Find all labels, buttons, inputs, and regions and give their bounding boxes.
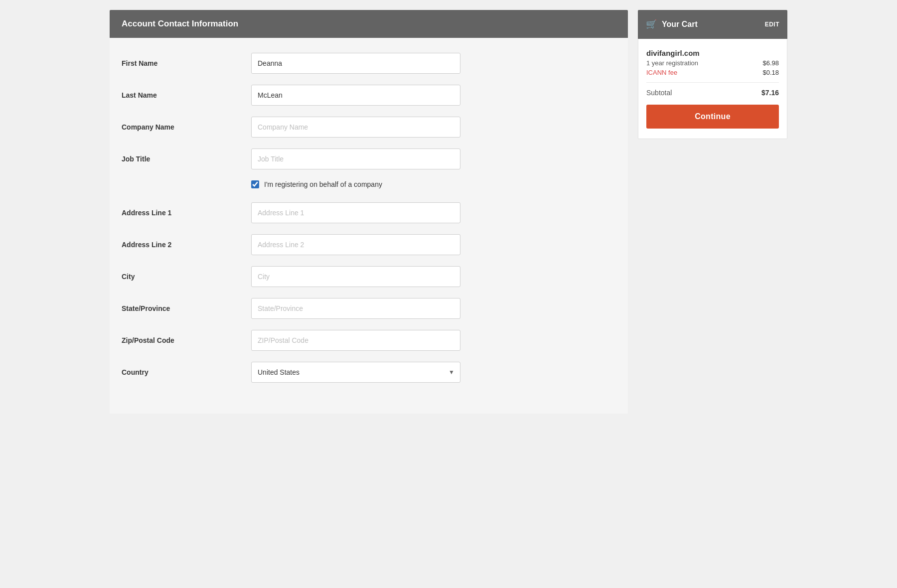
- last-name-input[interactable]: [251, 85, 460, 106]
- company-checkbox[interactable]: [251, 180, 259, 188]
- country-label: Country: [122, 368, 251, 376]
- zip-postal-code-label: Zip/Postal Code: [122, 336, 251, 344]
- cart-subtotal-value: $7.16: [761, 89, 779, 97]
- company-name-input[interactable]: [251, 117, 460, 138]
- cart-icann-label: ICANN fee: [646, 69, 677, 76]
- address-line-2-label: Address Line 2: [122, 241, 251, 249]
- zip-postal-code-row: Zip/Postal Code: [122, 330, 616, 351]
- address-line-1-input[interactable]: [251, 202, 460, 223]
- cart-line-item-registration: 1 year registration $6.98: [646, 59, 779, 67]
- job-title-input[interactable]: [251, 148, 460, 169]
- state-province-input[interactable]: [251, 298, 460, 319]
- form-body: First Name Last Name Company Name Job Ti…: [110, 38, 628, 414]
- company-name-row: Company Name: [122, 117, 616, 138]
- cart-subtotal-row: Subtotal $7.16: [646, 89, 779, 97]
- cart-body: divifangirl.com 1 year registration $6.9…: [638, 39, 787, 139]
- account-contact-form-panel: Account Contact Information First Name L…: [110, 10, 628, 414]
- cart-registration-value: $6.98: [762, 59, 779, 67]
- city-label: City: [122, 273, 251, 281]
- city-input[interactable]: [251, 266, 460, 287]
- company-checkbox-row: I'm registering on behalf of a company: [251, 180, 616, 188]
- last-name-row: Last Name: [122, 85, 616, 106]
- address-line-2-input[interactable]: [251, 234, 460, 255]
- form-panel-title: Account Contact Information: [122, 19, 238, 28]
- cart-divider: [646, 82, 779, 83]
- job-title-label: Job Title: [122, 155, 251, 163]
- country-select-wrapper: United States Canada United Kingdom Aust…: [251, 362, 460, 383]
- cart-header: 🛒 Your Cart EDIT: [638, 10, 787, 39]
- country-select[interactable]: United States Canada United Kingdom Aust…: [251, 362, 460, 383]
- address-line-1-label: Address Line 1: [122, 209, 251, 217]
- first-name-input[interactable]: [251, 53, 460, 74]
- address-line-1-row: Address Line 1: [122, 202, 616, 223]
- form-panel-header: Account Contact Information: [110, 10, 628, 38]
- company-checkbox-label[interactable]: I'm registering on behalf of a company: [264, 180, 382, 188]
- company-name-label: Company Name: [122, 123, 251, 131]
- country-row: Country United States Canada United King…: [122, 362, 616, 383]
- first-name-row: First Name: [122, 53, 616, 74]
- continue-button[interactable]: Continue: [646, 105, 779, 129]
- last-name-label: Last Name: [122, 91, 251, 99]
- cart-panel: 🛒 Your Cart EDIT divifangirl.com 1 year …: [638, 10, 787, 414]
- cart-icann-value: $0.18: [762, 69, 779, 76]
- job-title-row: Job Title: [122, 148, 616, 169]
- cart-subtotal-label: Subtotal: [646, 89, 672, 97]
- cart-header-left: 🛒 Your Cart: [646, 19, 698, 30]
- state-province-label: State/Province: [122, 304, 251, 312]
- first-name-label: First Name: [122, 59, 251, 67]
- cart-icon: 🛒: [646, 19, 657, 30]
- cart-registration-label: 1 year registration: [646, 59, 698, 67]
- cart-edit-link[interactable]: EDIT: [765, 21, 779, 28]
- cart-line-item-icann: ICANN fee $0.18: [646, 69, 779, 76]
- cart-domain: divifangirl.com: [646, 49, 779, 57]
- state-province-row: State/Province: [122, 298, 616, 319]
- city-row: City: [122, 266, 616, 287]
- address-line-2-row: Address Line 2: [122, 234, 616, 255]
- zip-postal-code-input[interactable]: [251, 330, 460, 351]
- cart-title: Your Cart: [662, 20, 698, 29]
